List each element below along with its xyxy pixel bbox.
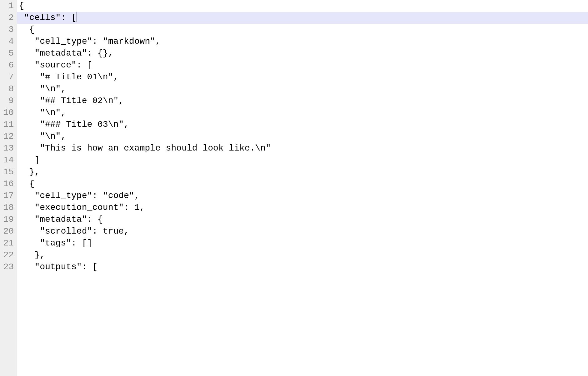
- line-number: 1: [1, 0, 14, 12]
- code-line[interactable]: "outputs": [: [17, 261, 588, 273]
- code-line[interactable]: "### Title 03\n",: [17, 119, 588, 131]
- line-number: 12: [1, 131, 14, 142]
- code-line[interactable]: "cell_type": "code",: [17, 190, 588, 202]
- code-line[interactable]: },: [17, 249, 588, 261]
- line-number: 17: [1, 190, 14, 202]
- line-number: 8: [1, 83, 14, 95]
- code-line[interactable]: "This is how an example should look like…: [17, 142, 588, 154]
- text-cursor: [77, 12, 77, 22]
- code-line[interactable]: "\n",: [17, 107, 588, 119]
- line-number: 6: [1, 59, 14, 71]
- code-line[interactable]: "cells": [: [17, 12, 588, 24]
- line-number: 11: [1, 119, 14, 131]
- code-line[interactable]: "metadata": {},: [17, 47, 588, 59]
- code-line[interactable]: "metadata": {: [17, 214, 588, 225]
- code-line[interactable]: ]: [17, 154, 588, 166]
- line-number: 3: [1, 24, 14, 36]
- line-number: 14: [1, 154, 14, 166]
- code-area[interactable]: { "cells": [ { "cell_type": "markdown", …: [17, 0, 588, 376]
- line-number: 9: [1, 95, 14, 107]
- code-line[interactable]: "scrolled": true,: [17, 225, 588, 237]
- line-number: 22: [1, 249, 14, 261]
- code-line[interactable]: "# Title 01\n",: [17, 71, 588, 83]
- code-line[interactable]: "\n",: [17, 83, 588, 95]
- line-number: 19: [1, 214, 14, 225]
- line-number: 20: [1, 225, 14, 237]
- line-number: 4: [1, 36, 14, 47]
- code-line[interactable]: {: [17, 24, 588, 36]
- code-line[interactable]: "cell_type": "markdown",: [17, 36, 588, 47]
- code-line[interactable]: "execution_count": 1,: [17, 202, 588, 214]
- code-text: "cells": [: [19, 13, 77, 22]
- line-number: 23: [1, 261, 14, 273]
- code-line[interactable]: "source": [: [17, 59, 588, 71]
- line-number: 18: [1, 202, 14, 214]
- line-number: 2: [1, 12, 14, 24]
- code-line[interactable]: "\n",: [17, 131, 588, 142]
- line-number: 7: [1, 71, 14, 83]
- line-number-gutter: 1234567891011121314151617181920212223: [0, 0, 17, 376]
- line-number: 5: [1, 47, 14, 59]
- code-line[interactable]: {: [17, 178, 588, 190]
- code-line[interactable]: },: [17, 166, 588, 178]
- code-line[interactable]: "## Title 02\n",: [17, 95, 588, 107]
- line-number: 16: [1, 178, 14, 190]
- code-line[interactable]: {: [17, 0, 588, 12]
- line-number: 10: [1, 107, 14, 119]
- line-number: 15: [1, 166, 14, 178]
- code-editor[interactable]: 1234567891011121314151617181920212223 { …: [0, 0, 588, 376]
- code-line[interactable]: "tags": []: [17, 237, 588, 249]
- line-number: 21: [1, 237, 14, 249]
- line-number: 13: [1, 142, 14, 154]
